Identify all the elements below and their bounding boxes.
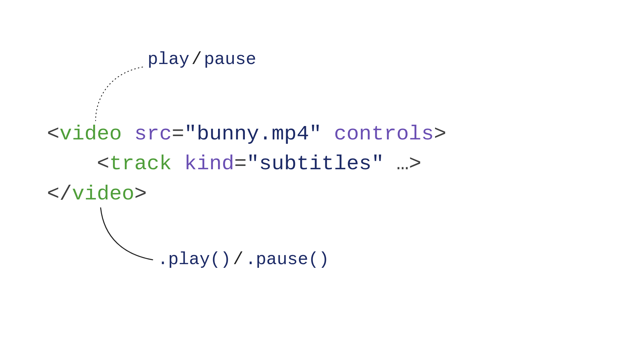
annotation-top-b: pause xyxy=(204,50,256,69)
l2-q1a: " xyxy=(247,152,259,176)
annotation-top-a: play xyxy=(148,50,190,69)
annotation-bottom: .play()/.pause() xyxy=(158,250,329,269)
l1-open: < xyxy=(47,122,59,146)
l1-attr-src: src xyxy=(134,122,172,146)
annotation-top-sep: / xyxy=(190,50,204,69)
l1-eq1: = xyxy=(172,122,184,146)
l1-q1a: " xyxy=(184,122,197,146)
l1-attr-controls: controls xyxy=(334,122,434,146)
l2-indent xyxy=(47,152,97,176)
l1-q1b: " xyxy=(309,122,321,146)
l1-val-src: bunny.mp4 xyxy=(197,122,309,146)
annotation-top: play/pause xyxy=(148,50,256,69)
l1-close: > xyxy=(434,122,446,146)
l2-open: < xyxy=(97,152,109,176)
l1-sp2 xyxy=(322,122,334,146)
l2-q1b: " xyxy=(371,152,384,176)
l2-attr-kind: kind xyxy=(184,152,234,176)
l3-close: > xyxy=(134,182,147,206)
code-block: <video src="bunny.mp4" controls> <track … xyxy=(47,119,446,209)
l3-open: </ xyxy=(47,182,72,206)
annotation-bottom-sep: / xyxy=(231,250,245,269)
l2-sp1 xyxy=(172,152,184,176)
l3-tag: video xyxy=(72,182,134,206)
annotation-bottom-a: .play() xyxy=(158,250,231,269)
l2-tail: …> xyxy=(384,152,422,176)
l1-sp1 xyxy=(122,122,134,146)
l2-eq1: = xyxy=(234,152,247,176)
diagram-stage: play/pause <video src="bunny.mp4" contro… xyxy=(0,0,644,362)
l2-val-kind: subtitles xyxy=(259,152,372,176)
annotation-bottom-b: .pause() xyxy=(246,250,329,269)
l1-tag: video xyxy=(59,122,122,146)
l2-tag: track xyxy=(109,152,172,176)
